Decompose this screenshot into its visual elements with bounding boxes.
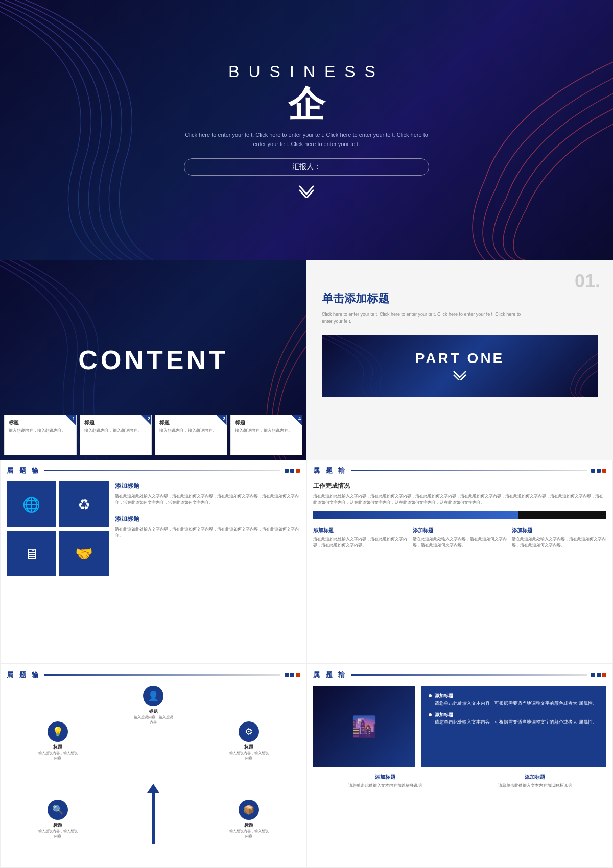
card-body-1: 输入想说内容，输入想说内容。: [9, 428, 72, 433]
slide1-reporter-box[interactable]: 汇报人：: [184, 158, 429, 176]
dot-blue-8: [597, 673, 601, 677]
org-node-rb-sub: 输入想说内容，输入想说内容: [228, 829, 269, 839]
three-col: 添加标题 活在此道如此处输入文字内容，活在此道如何文字内容，活在此道如何文字内容…: [313, 527, 606, 548]
card-number-1: 1: [72, 416, 75, 421]
slide5-dots: [591, 469, 606, 473]
col-body-1: 活在此道如此处输入文字内容，活在此道如何文字内容，活在此道如何文字内容。: [313, 536, 408, 548]
org-node-lb-sub: 输入想说内容，输入想说内容: [37, 829, 78, 839]
slide5-header: 属 题 输: [313, 466, 606, 475]
dot-blue-1: [285, 469, 289, 473]
org-node-rt-sub: 输入想说内容，输入想说内容: [228, 751, 269, 761]
slide6-section-title: 属 题 输: [7, 670, 40, 680]
slide4-line: [44, 470, 280, 471]
content-label: CONTENT: [78, 345, 228, 375]
bullet-item-2: 添加标题 请您单击此处输入文本内容，可根据需要适当地调整文字的颜色或者大 属属性…: [429, 712, 599, 726]
add-body-1: 活在此道如此处输入文字内容，活在此道如何文字内容，活在此道如何文字内容，活在此道…: [115, 493, 300, 507]
caption-body-1: 请您单击此处输入文本内容加以解释说明: [313, 783, 457, 789]
dot-blue-4: [597, 469, 601, 473]
bullet-body-1: 请您单击此处输入文本内容，可根据需要适当地调整文字的颜色或者大 属属性。: [435, 701, 597, 706]
slide1-chinese-char: 企: [184, 86, 429, 123]
slide4-dots: [285, 469, 300, 473]
col-title-1: 添加标题: [313, 527, 408, 534]
slide6-dots: [285, 673, 300, 677]
card-title-3: 标题: [159, 419, 223, 426]
card-title-2: 标题: [84, 419, 148, 426]
bullet-item-1: 添加标题 请您单击此处输入文本内容，可根据需要适当地调整文字的颜色或者大 属属性…: [429, 693, 599, 707]
caption-2: 添加标题 请您单击此处输入文本内容加以解释说明: [463, 774, 606, 789]
content-card-4: 4 标题 输入想说内容，输入想说内容。: [230, 415, 303, 455]
slide1-subtitle: Click here to enter your te t. Click her…: [184, 131, 429, 149]
col-body-3: 活在此道如此处输入文字内容，活在此道如何文字内容，活在此道如何文字内容。: [512, 536, 606, 548]
img-hands: 🤝: [59, 531, 109, 576]
slide4-images-text: 属 题 输 🌐 ♻ 🖥 🤝: [0, 460, 306, 664]
slide-number: 01.: [575, 271, 600, 292]
slide2-content: CONTENT 1 标题 输入想说内容，输入想说内容。 2 标题 输入想说内容，…: [0, 260, 306, 460]
dot-red-1: [296, 469, 300, 473]
dot-blue-3: [591, 469, 595, 473]
col-title-3: 添加标题: [512, 527, 606, 534]
caption-body-2: 请您单击此处输入文本内容加以解释说明: [463, 783, 606, 789]
slide1-chevron: [184, 184, 429, 198]
card-number-2: 2: [148, 416, 150, 421]
bullet-dot-2: [429, 713, 432, 716]
card-body-2: 输入想说内容，输入想说内容。: [84, 428, 148, 433]
work-title: 工作完成情况: [313, 481, 606, 490]
add-body-2: 活在此道如此处输入文字内容，活在此道如何文字内容，活在此道如何文字内容，活在此道…: [115, 526, 300, 540]
card-number-4: 4: [298, 416, 301, 421]
org-node-lt-sub: 输入想说内容，输入想说内容: [37, 751, 78, 761]
city-icon: 🌆: [351, 715, 377, 739]
add-title-2: 添加标题: [115, 515, 300, 523]
part-one-banner: PART ONE: [322, 335, 598, 397]
caption-1: 添加标题 请您单击此处输入文本内容加以解释说明: [313, 774, 457, 789]
content-cards-area: 1 标题 输入想说内容，输入想说内容。 2 标题 输入想说内容，输入想说内容。 …: [0, 411, 306, 460]
image-grid: 🌐 ♻ 🖥 🤝: [7, 481, 109, 576]
city-image: 🌆: [313, 686, 415, 767]
content-card-3: 3 标题 输入想说内容，输入想说内容。: [155, 415, 227, 455]
slide5-work: 属 题 输 工作完成情况 活在此道如此处输入文字内容，活在此道如何文字内容，活在…: [306, 460, 613, 664]
slide7-city: 属 题 输 🌆 添加标题 请您单击此处输入文本内容，可根据需要适当地调整文字的颜…: [306, 664, 613, 868]
dot-red-4: [602, 673, 606, 677]
card-title-1: 标题: [9, 419, 72, 426]
add-title-1: 添加标题: [115, 481, 300, 490]
dot-red-3: [296, 673, 300, 677]
dot-red-2: [602, 469, 606, 473]
col-item-3: 添加标题 活在此道如此处输入文字内容，活在此道如何文字内容，活在此道如何文字内容…: [512, 527, 606, 548]
slide7-right-panel: 添加标题 请您单击此处输入文本内容，可根据需要适当地调整文字的颜色或者大 属属性…: [421, 686, 606, 767]
org-node-top-label: 标题: [133, 708, 174, 715]
img-brain: 🌐: [7, 481, 56, 527]
slide7-dots: [591, 673, 606, 677]
slide5-line: [351, 470, 587, 471]
col-item-2: 添加标题 活在此道如此处输入文字内容，活在此道如何文字内容，活在此道如何文字内容…: [413, 527, 507, 548]
bullet-text-1: 添加标题 请您单击此处输入文本内容，可根据需要适当地调整文字的颜色或者大 属属性…: [435, 693, 597, 707]
card-number-3: 3: [223, 416, 225, 421]
img-monitor: 🖥: [7, 531, 56, 576]
slide6-header: 属 题 输: [7, 670, 300, 680]
slide4-text-area: 添加标题 活在此道如此处输入文字内容，活在此道如何文字内容，活在此道如何文字内容…: [115, 481, 300, 576]
org-node-rb-label: 标题: [228, 822, 269, 829]
hands-icon: 🤝: [75, 545, 93, 562]
dot-blue-6: [290, 673, 294, 677]
slide1-title: BUSINESS 企 Click here to enter your te t…: [0, 0, 613, 260]
dot-blue-2: [290, 469, 294, 473]
slide7-bottom: 添加标题 请您单击此处输入文本内容加以解释说明 添加标题 请您单击此处输入文本内…: [313, 774, 606, 789]
brain-icon: 🌐: [22, 496, 40, 513]
card-body-4: 输入想说内容，输入想说内容。: [235, 428, 298, 433]
slide3-part-one: 01. 单击添加标题 Click here to enter your te t…: [306, 260, 613, 460]
progress-bar-fill: [313, 511, 518, 519]
bullet-title-2: 添加标题: [435, 712, 453, 717]
bullet-text-2: 添加标题 请您单击此处输入文本内容，可根据需要适当地调整文字的颜色或者大 属属性…: [435, 712, 597, 726]
card-body-3: 输入想说内容，输入想说内容。: [159, 428, 223, 433]
caption-title-2: 添加标题: [463, 774, 606, 781]
bullet-title-1: 添加标题: [435, 693, 453, 698]
monitor-icon: 🖥: [25, 545, 39, 562]
slide4-header: 属 题 输: [7, 466, 300, 475]
bullet-body-2: 请您单击此处输入文本内容，可根据需要适当地调整文字的颜色或者大 属属性。: [435, 719, 597, 725]
col-item-1: 添加标题 活在此道如此处输入文字内容，活在此道如何文字内容，活在此道如何文字内容…: [313, 527, 408, 548]
slide7-section-title: 属 题 输: [313, 670, 347, 680]
card-title-4: 标题: [235, 419, 298, 426]
slide6-line: [44, 674, 280, 676]
dot-blue-5: [285, 673, 289, 677]
slide7-line: [351, 674, 587, 676]
col-body-2: 活在此道如此处输入文字内容，活在此道如何文字内容，活在此道如何文字内容。: [413, 536, 507, 548]
work-text: 活在此道如此处输入文字内容，活在此道如何文字内容，活在此道如何文字内容，活在此道…: [313, 493, 606, 507]
